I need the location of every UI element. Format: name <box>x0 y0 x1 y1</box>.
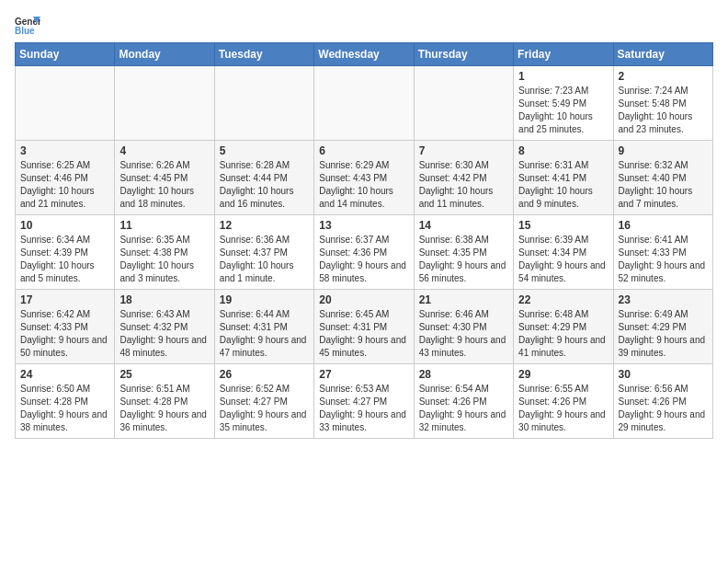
calendar-cell: 9Sunrise: 6:32 AM Sunset: 4:40 PM Daylig… <box>613 141 712 215</box>
calendar-cell <box>414 66 513 141</box>
calendar-cell: 23Sunrise: 6:49 AM Sunset: 4:29 PM Dayli… <box>613 290 712 364</box>
calendar-cell: 6Sunrise: 6:29 AM Sunset: 4:43 PM Daylig… <box>314 141 414 215</box>
day-info: Sunrise: 6:35 AM Sunset: 4:38 PM Dayligh… <box>119 234 209 285</box>
day-number: 5 <box>220 144 309 157</box>
day-number: 4 <box>119 144 209 157</box>
calendar-cell: 12Sunrise: 6:36 AM Sunset: 4:37 PM Dayli… <box>214 215 313 290</box>
calendar-cell <box>314 66 414 141</box>
calendar-cell: 17Sunrise: 6:42 AM Sunset: 4:33 PM Dayli… <box>16 290 115 364</box>
day-number: 26 <box>220 368 309 381</box>
day-number: 27 <box>319 368 408 381</box>
day-info: Sunrise: 6:51 AM Sunset: 4:28 PM Dayligh… <box>119 383 209 434</box>
calendar-cell: 10Sunrise: 6:34 AM Sunset: 4:39 PM Dayli… <box>16 215 115 290</box>
day-info: Sunrise: 6:30 AM Sunset: 4:42 PM Dayligh… <box>419 159 508 211</box>
day-number: 30 <box>619 368 708 381</box>
day-number: 23 <box>619 293 708 306</box>
calendar-cell: 16Sunrise: 6:41 AM Sunset: 4:33 PM Dayli… <box>613 215 712 290</box>
day-number: 20 <box>319 293 408 306</box>
calendar-cell <box>214 66 313 141</box>
calendar-cell: 18Sunrise: 6:43 AM Sunset: 4:32 PM Dayli… <box>115 290 214 364</box>
day-info: Sunrise: 6:32 AM Sunset: 4:40 PM Dayligh… <box>619 159 708 211</box>
day-number: 14 <box>419 219 508 232</box>
calendar-cell: 2Sunrise: 7:24 AM Sunset: 5:48 PM Daylig… <box>613 66 712 141</box>
day-info: Sunrise: 6:55 AM Sunset: 4:26 PM Dayligh… <box>518 383 608 434</box>
day-info: Sunrise: 6:28 AM Sunset: 4:44 PM Dayligh… <box>220 159 309 211</box>
day-info: Sunrise: 6:31 AM Sunset: 4:41 PM Dayligh… <box>518 159 608 211</box>
calendar-cell: 4Sunrise: 6:26 AM Sunset: 4:45 PM Daylig… <box>115 141 214 215</box>
calendar-cell: 28Sunrise: 6:54 AM Sunset: 4:26 PM Dayli… <box>414 364 513 439</box>
day-number: 15 <box>518 219 608 232</box>
logo-icon: General Blue <box>15 15 40 35</box>
calendar-cell <box>115 66 214 141</box>
calendar-cell: 26Sunrise: 6:52 AM Sunset: 4:27 PM Dayli… <box>214 364 313 439</box>
calendar-cell: 7Sunrise: 6:30 AM Sunset: 4:42 PM Daylig… <box>414 141 513 215</box>
day-info: Sunrise: 6:48 AM Sunset: 4:29 PM Dayligh… <box>518 308 608 360</box>
day-number: 25 <box>119 368 209 381</box>
day-number: 22 <box>518 293 608 306</box>
day-number: 24 <box>20 368 109 381</box>
day-info: Sunrise: 6:52 AM Sunset: 4:27 PM Dayligh… <box>220 383 309 434</box>
day-info: Sunrise: 7:23 AM Sunset: 5:49 PM Dayligh… <box>518 85 608 136</box>
day-info: Sunrise: 6:25 AM Sunset: 4:46 PM Dayligh… <box>20 159 109 211</box>
day-info: Sunrise: 6:39 AM Sunset: 4:34 PM Dayligh… <box>518 234 608 285</box>
day-info: Sunrise: 6:56 AM Sunset: 4:26 PM Dayligh… <box>619 383 708 434</box>
calendar-cell: 14Sunrise: 6:38 AM Sunset: 4:35 PM Dayli… <box>414 215 513 290</box>
day-info: Sunrise: 6:26 AM Sunset: 4:45 PM Dayligh… <box>119 159 209 211</box>
day-number: 9 <box>619 144 708 157</box>
day-number: 7 <box>419 144 508 157</box>
svg-text:Blue: Blue <box>15 26 35 35</box>
day-number: 1 <box>518 70 608 83</box>
weekday-header: Thursday <box>414 43 513 66</box>
day-number: 16 <box>619 219 708 232</box>
day-info: Sunrise: 6:45 AM Sunset: 4:31 PM Dayligh… <box>319 308 408 360</box>
day-number: 10 <box>20 219 109 232</box>
day-info: Sunrise: 6:54 AM Sunset: 4:26 PM Dayligh… <box>419 383 508 434</box>
calendar-cell: 21Sunrise: 6:46 AM Sunset: 4:30 PM Dayli… <box>414 290 513 364</box>
calendar-week-row: 3Sunrise: 6:25 AM Sunset: 4:46 PM Daylig… <box>16 141 713 215</box>
calendar-table: SundayMondayTuesdayWednesdayThursdayFrid… <box>15 42 713 439</box>
calendar-cell: 19Sunrise: 6:44 AM Sunset: 4:31 PM Dayli… <box>214 290 313 364</box>
weekday-header: Wednesday <box>314 43 414 66</box>
day-info: Sunrise: 6:37 AM Sunset: 4:36 PM Dayligh… <box>319 234 408 285</box>
header: General Blue <box>15 15 713 35</box>
day-number: 8 <box>518 144 608 157</box>
day-number: 18 <box>119 293 209 306</box>
day-info: Sunrise: 6:42 AM Sunset: 4:33 PM Dayligh… <box>20 308 109 360</box>
day-number: 29 <box>518 368 608 381</box>
day-number: 6 <box>319 144 408 157</box>
calendar-cell: 24Sunrise: 6:50 AM Sunset: 4:28 PM Dayli… <box>16 364 115 439</box>
day-number: 19 <box>220 293 309 306</box>
calendar-cell: 5Sunrise: 6:28 AM Sunset: 4:44 PM Daylig… <box>214 141 313 215</box>
calendar-cell: 30Sunrise: 6:56 AM Sunset: 4:26 PM Dayli… <box>613 364 712 439</box>
day-info: Sunrise: 6:46 AM Sunset: 4:30 PM Dayligh… <box>419 308 508 360</box>
logo: General Blue <box>15 15 42 35</box>
calendar-cell: 13Sunrise: 6:37 AM Sunset: 4:36 PM Dayli… <box>314 215 414 290</box>
calendar-cell: 29Sunrise: 6:55 AM Sunset: 4:26 PM Dayli… <box>514 364 613 439</box>
day-info: Sunrise: 6:49 AM Sunset: 4:29 PM Dayligh… <box>619 308 708 360</box>
weekday-header: Saturday <box>613 43 712 66</box>
weekday-header: Sunday <box>16 43 115 66</box>
day-info: Sunrise: 6:50 AM Sunset: 4:28 PM Dayligh… <box>20 383 109 434</box>
day-number: 21 <box>419 293 508 306</box>
day-number: 11 <box>119 219 209 232</box>
day-info: Sunrise: 6:44 AM Sunset: 4:31 PM Dayligh… <box>220 308 309 360</box>
calendar-cell: 15Sunrise: 6:39 AM Sunset: 4:34 PM Dayli… <box>514 215 613 290</box>
day-info: Sunrise: 6:34 AM Sunset: 4:39 PM Dayligh… <box>20 234 109 285</box>
day-info: Sunrise: 6:43 AM Sunset: 4:32 PM Dayligh… <box>119 308 209 360</box>
calendar-cell: 1Sunrise: 7:23 AM Sunset: 5:49 PM Daylig… <box>514 66 613 141</box>
day-info: Sunrise: 6:29 AM Sunset: 4:43 PM Dayligh… <box>319 159 408 211</box>
day-number: 3 <box>20 144 109 157</box>
weekday-header: Friday <box>514 43 613 66</box>
calendar-cell: 27Sunrise: 6:53 AM Sunset: 4:27 PM Dayli… <box>314 364 414 439</box>
calendar-cell: 25Sunrise: 6:51 AM Sunset: 4:28 PM Dayli… <box>115 364 214 439</box>
calendar-week-row: 24Sunrise: 6:50 AM Sunset: 4:28 PM Dayli… <box>16 364 713 439</box>
weekday-header-row: SundayMondayTuesdayWednesdayThursdayFrid… <box>16 43 713 66</box>
calendar-week-row: 17Sunrise: 6:42 AM Sunset: 4:33 PM Dayli… <box>16 290 713 364</box>
day-info: Sunrise: 6:36 AM Sunset: 4:37 PM Dayligh… <box>220 234 309 285</box>
day-info: Sunrise: 6:38 AM Sunset: 4:35 PM Dayligh… <box>419 234 508 285</box>
calendar-cell: 3Sunrise: 6:25 AM Sunset: 4:46 PM Daylig… <box>16 141 115 215</box>
calendar-week-row: 10Sunrise: 6:34 AM Sunset: 4:39 PM Dayli… <box>16 215 713 290</box>
day-number: 13 <box>319 219 408 232</box>
day-number: 17 <box>20 293 109 306</box>
calendar-cell: 8Sunrise: 6:31 AM Sunset: 4:41 PM Daylig… <box>514 141 613 215</box>
